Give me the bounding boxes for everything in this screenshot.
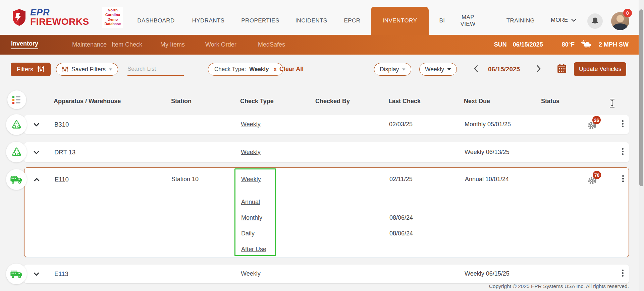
weather-strip: SUN 06/15/2025 80°F 2 MPH SW	[494, 40, 629, 49]
chip-label: Check Type:	[214, 66, 246, 73]
chevron-up-icon[interactable]	[34, 178, 40, 181]
check-type-link-annual[interactable]: Annual	[241, 199, 260, 206]
top-nav-epcr[interactable]: EPCR	[344, 17, 361, 24]
top-nav-incidents[interactable]: INCIDENTS	[295, 17, 327, 24]
last-check-date: 02/03/25	[389, 121, 413, 128]
bell-icon	[591, 17, 599, 25]
top-nav-dashboard[interactable]: DASHBOARD	[137, 17, 174, 24]
weather-date: 06/15/2025	[513, 41, 543, 48]
check-type-link[interactable]: Weekly	[241, 149, 261, 156]
fire-truck-icon	[10, 270, 23, 279]
check-type-link-after-use[interactable]: After Use	[241, 246, 266, 253]
chevron-down-icon[interactable]	[34, 272, 39, 276]
sliders-icon	[62, 66, 68, 73]
top-nav-map-view[interactable]: MAP VIEW	[457, 14, 479, 27]
legend-list-icon	[12, 95, 22, 104]
scrollbar-thumb[interactable]	[639, 9, 643, 186]
status-gear-button[interactable]: 26	[587, 119, 598, 131]
next-due: Monthly 05/01/25	[465, 121, 511, 128]
saved-filters-dropdown[interactable]: Saved Filters	[56, 63, 118, 76]
collapse-all-button[interactable]	[609, 98, 615, 110]
filter-chip-check-type[interactable]: Check Type: Weekly x	[208, 63, 283, 76]
period-label: Weekly	[425, 66, 444, 73]
row-type-apparatus-indicator	[6, 169, 27, 190]
subnav-bar: Inventory Maintenance Item Check My Item…	[0, 35, 644, 55]
top-nav-properties[interactable]: PROPERTIES	[241, 17, 279, 24]
copyright-text: Copyright © 2025 EPR Systems USA Inc. Al…	[489, 283, 629, 289]
equipment-icon	[11, 147, 22, 157]
weather-wind: 2 MPH SW	[599, 41, 629, 48]
row-menu-kebab[interactable]	[620, 119, 626, 129]
list-legend-button[interactable]	[7, 90, 26, 109]
column-header-next-due: Next Due	[464, 98, 490, 105]
chevron-down-icon	[447, 68, 451, 71]
search-input[interactable]	[127, 66, 202, 72]
chevron-left-icon	[474, 65, 478, 72]
prev-date-button[interactable]	[474, 65, 478, 74]
chevron-down-icon	[109, 68, 112, 71]
filters-button[interactable]: Filters	[11, 63, 51, 76]
last-check-date: 08/06/24	[389, 214, 413, 221]
subnav-item-check[interactable]: Item Check	[112, 41, 142, 48]
display-dropdown[interactable]: Display	[374, 63, 411, 76]
search-list-field	[127, 63, 184, 76]
more-label: MORE	[551, 17, 568, 23]
notifications-button[interactable]	[587, 13, 603, 29]
table-row-e110-expanded: E110 Station 10 Weekly Annual Monthly Da…	[24, 167, 629, 257]
more-menu[interactable]: MORE	[551, 17, 576, 23]
app-logo: EPR FIREWORKS	[11, 8, 89, 26]
top-nav-bi[interactable]: BI	[439, 17, 445, 24]
top-nav-hydrants[interactable]: HYDRANTS	[192, 17, 225, 24]
check-type-link[interactable]: Weekly	[241, 121, 261, 128]
current-date: 06/15/2025	[488, 66, 520, 73]
column-header-check-type: Check Type	[240, 98, 274, 105]
row-type-apparatus-indicator	[6, 264, 27, 284]
next-due: Annual 10/01/24	[465, 176, 509, 183]
table-row-b310: B310 Weekly 02/03/25 Monthly 05/01/25 26	[24, 115, 629, 134]
last-check-date: 02/11/25	[389, 176, 413, 183]
subnav-work-order[interactable]: Work Order	[205, 41, 236, 48]
update-vehicles-button[interactable]: Update Vehicles	[574, 62, 626, 76]
chevron-down-icon	[402, 68, 406, 71]
check-type-link[interactable]: Weekly	[241, 270, 261, 277]
next-date-button[interactable]	[537, 65, 541, 74]
app-root: EPR FIREWORKS North Carolina Demo Databa…	[0, 0, 644, 291]
check-type-link-daily[interactable]: Daily	[241, 230, 255, 237]
chip-remove-icon[interactable]: x	[273, 66, 276, 73]
row-menu-kebab[interactable]	[620, 173, 626, 184]
row-menu-kebab[interactable]	[620, 146, 626, 157]
apparatus-name: E110	[55, 176, 69, 183]
top-header: EPR FIREWORKS North Carolina Demo Databa…	[0, 0, 644, 35]
sliders-icon	[37, 66, 45, 73]
column-header-station: Station	[171, 98, 192, 105]
check-type-link-weekly[interactable]: Weekly	[241, 176, 261, 183]
station: Station 10	[171, 176, 199, 183]
subnav-maintenance[interactable]: Maintenance	[72, 41, 107, 48]
table-row-e113: E113 Weekly Weekly 06/15/25	[24, 265, 629, 283]
filters-button-label: Filters	[17, 66, 33, 73]
apparatus-name: DRT 13	[54, 149, 75, 156]
calendar-button[interactable]	[557, 64, 567, 75]
next-due: Weekly 06/15/25	[465, 270, 509, 277]
notification-count-badge: 0	[623, 9, 632, 17]
expand-collapse-all-icon	[609, 98, 615, 108]
row-menu-kebab[interactable]	[620, 268, 626, 278]
period-dropdown[interactable]: Weekly	[419, 63, 457, 76]
chevron-down-icon[interactable]	[34, 151, 39, 154]
clear-all-link[interactable]: Clear All	[279, 66, 304, 73]
row-type-equipment-indicator	[6, 142, 27, 162]
top-nav-training[interactable]: TRAINING	[506, 17, 535, 24]
top-nav-inventory-label: INVENTORY	[382, 17, 417, 24]
subnav-my-items[interactable]: My Items	[160, 41, 185, 48]
check-type-link-monthly[interactable]: Monthly	[241, 214, 262, 221]
top-nav-inventory-active-tab[interactable]: INVENTORY	[371, 7, 429, 35]
chevron-down-icon[interactable]	[34, 123, 39, 127]
logo-text-fireworks: FIREWORKS	[30, 17, 89, 26]
equipment-icon	[11, 119, 22, 130]
status-gear-button[interactable]: 70	[587, 174, 599, 186]
subnav-inventory[interactable]: Inventory	[11, 40, 38, 49]
column-header-checked-by: Checked By	[315, 98, 350, 105]
weather-temp: 80°F	[562, 41, 575, 48]
apparatus-name: E113	[54, 270, 68, 278]
subnav-medsafes[interactable]: MedSafes	[258, 41, 285, 48]
